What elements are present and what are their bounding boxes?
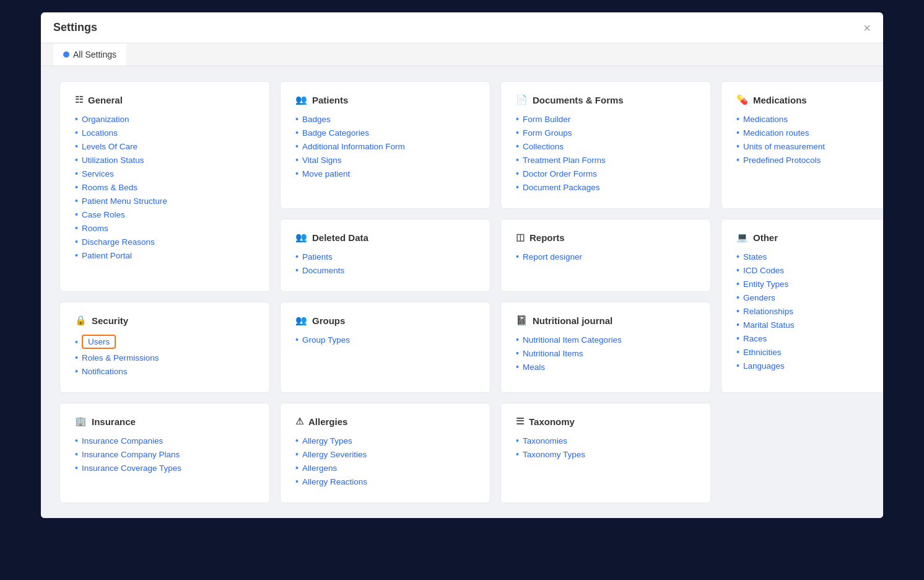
settings-grid: ☷ General Organization Locations Levels … — [59, 81, 865, 503]
patients-list: Badges Badge Categories Additional Infor… — [295, 114, 475, 178]
modal-title: Settings — [53, 21, 97, 34]
medication-routes-link[interactable]: Medication routes — [743, 128, 809, 138]
other-list: States ICD Codes Entity Types Genders Re… — [736, 252, 879, 371]
nutritional-journal-card: 📓 Nutritional journal Nutritional Item C… — [500, 302, 711, 393]
patients-title: 👥 Patients — [295, 94, 475, 105]
organization-link[interactable]: Organization — [82, 115, 129, 124]
groups-card: 👥 Groups Group Types — [280, 302, 490, 393]
badges-link[interactable]: Badges — [302, 115, 331, 124]
levels-of-care-link[interactable]: Levels Of Care — [82, 142, 137, 151]
predefined-protocols-link[interactable]: Predefined Protocols — [743, 156, 821, 165]
taxonomy-icon: ☰ — [516, 416, 524, 427]
list-item: Genders — [736, 292, 879, 302]
patient-portal-link[interactable]: Patient Portal — [82, 251, 132, 260]
list-item: Patients — [295, 252, 475, 261]
list-item: Allergens — [295, 463, 475, 473]
tab-indicator — [63, 51, 69, 58]
taxonomy-card: ☰ Taxonomy Taxonomies Taxonomy Types — [500, 403, 711, 503]
modal-overlay[interactable]: Settings × All Settings ☷ General Organi… — [0, 0, 924, 580]
general-title: ☷ General — [75, 94, 255, 105]
insurance-list: Insurance Companies Insurance Company Pl… — [75, 436, 255, 473]
list-item: Marital Status — [736, 320, 879, 330]
security-card: 🔒 Security Users Roles & Permissions Not… — [59, 302, 270, 393]
races-link[interactable]: Races — [743, 334, 767, 343]
list-item: Additional Information Form — [295, 141, 475, 151]
list-item: Predefined Protocols — [736, 155, 879, 165]
states-link[interactable]: States — [743, 252, 767, 261]
modal-nav: All Settings — [41, 43, 883, 66]
list-item: Patient Portal — [75, 250, 255, 260]
languages-link[interactable]: Languages — [743, 361, 785, 371]
insurance-company-plans-link[interactable]: Insurance Company Plans — [82, 450, 180, 459]
nutritional-item-categories-link[interactable]: Nutritional Item Categories — [523, 335, 622, 345]
notifications-link[interactable]: Notifications — [82, 367, 128, 376]
allergy-reactions-link[interactable]: Allergy Reactions — [302, 477, 367, 486]
taxonomy-title: ☰ Taxonomy — [516, 416, 695, 427]
utilization-status-link[interactable]: Utilization Status — [82, 156, 144, 165]
collections-link[interactable]: Collections — [523, 142, 564, 151]
allergens-link[interactable]: Allergens — [302, 464, 337, 473]
vital-signs-link[interactable]: Vital Signs — [302, 156, 342, 165]
list-item: Form Builder — [516, 114, 695, 124]
badge-categories-link[interactable]: Badge Categories — [302, 128, 369, 138]
list-item: Doctor Order Forms — [516, 169, 695, 178]
list-item: Nutritional Items — [516, 348, 695, 358]
group-types-link[interactable]: Group Types — [302, 335, 350, 345]
doctor-order-forms-link[interactable]: Doctor Order Forms — [523, 169, 597, 178]
locations-link[interactable]: Locations — [82, 128, 118, 138]
list-item: Roles & Permissions — [75, 353, 255, 362]
list-item: Group Types — [295, 335, 475, 345]
medications-icon: 💊 — [736, 94, 748, 105]
groups-title: 👥 Groups — [295, 315, 475, 326]
list-item: Levels Of Care — [75, 141, 255, 151]
taxonomy-types-link[interactable]: Taxonomy Types — [523, 450, 585, 459]
report-designer-link[interactable]: Report designer — [523, 252, 582, 261]
patients-card: 👥 Patients Badges Badge Categories Addit… — [280, 81, 490, 209]
relationships-link[interactable]: Relationships — [743, 307, 793, 316]
roles-permissions-link[interactable]: Roles & Permissions — [82, 353, 159, 362]
document-packages-link[interactable]: Document Packages — [523, 183, 600, 192]
ethnicities-link[interactable]: Ethnicities — [743, 348, 782, 357]
treatment-plan-forms-link[interactable]: Treatment Plan Forms — [523, 156, 606, 165]
list-item: Report designer — [516, 252, 695, 261]
deleted-patients-link[interactable]: Patients — [302, 252, 333, 261]
list-item: Nutritional Item Categories — [516, 335, 695, 345]
deleted-documents-link[interactable]: Documents — [302, 266, 344, 275]
allergy-severities-link[interactable]: Allergy Severities — [302, 450, 367, 459]
icd-codes-link[interactable]: ICD Codes — [743, 266, 784, 275]
reports-icon: ◫ — [516, 232, 525, 243]
marital-status-link[interactable]: Marital Status — [743, 320, 795, 330]
rooms-link[interactable]: Rooms — [82, 224, 108, 233]
form-builder-link[interactable]: Form Builder — [523, 115, 570, 124]
list-item: Languages — [736, 361, 879, 371]
medications-link[interactable]: Medications — [743, 115, 788, 124]
services-link[interactable]: Services — [82, 169, 114, 178]
genders-link[interactable]: Genders — [743, 293, 775, 302]
list-item: Badge Categories — [295, 128, 475, 138]
case-roles-link[interactable]: Case Roles — [82, 210, 125, 219]
meals-link[interactable]: Meals — [523, 362, 545, 372]
taxonomies-link[interactable]: Taxonomies — [523, 436, 567, 446]
close-button[interactable]: × — [863, 22, 871, 34]
nutritional-items-link[interactable]: Nutritional Items — [523, 349, 583, 358]
move-patient-link[interactable]: Move patient — [302, 169, 350, 178]
users-link[interactable]: Users — [82, 335, 116, 349]
additional-info-form-link[interactable]: Additional Information Form — [302, 142, 405, 151]
patient-menu-structure-link[interactable]: Patient Menu Structure — [82, 196, 167, 206]
documents-forms-card: 📄 Documents & Forms Form Builder Form Gr… — [500, 81, 711, 209]
rooms-beds-link[interactable]: Rooms & Beds — [82, 183, 137, 192]
insurance-companies-link[interactable]: Insurance Companies — [82, 436, 163, 446]
discharge-reasons-link[interactable]: Discharge Reasons — [82, 237, 155, 247]
medications-title: 💊 Medications — [736, 94, 879, 105]
insurance-coverage-types-link[interactable]: Insurance Coverage Types — [82, 464, 181, 473]
list-item: Allergy Severities — [295, 449, 475, 459]
form-groups-link[interactable]: Form Groups — [523, 128, 572, 138]
list-item: Medication routes — [736, 128, 879, 138]
entity-types-link[interactable]: Entity Types — [743, 279, 788, 289]
medications-card: 💊 Medications Medications Medication rou… — [721, 81, 883, 209]
list-item: Taxonomies — [516, 436, 695, 446]
allergy-types-link[interactable]: Allergy Types — [302, 436, 352, 446]
all-settings-tab[interactable]: All Settings — [53, 43, 126, 66]
modal-body: ☷ General Organization Locations Levels … — [41, 66, 883, 518]
units-of-measurement-link[interactable]: Units of measurement — [743, 142, 825, 151]
